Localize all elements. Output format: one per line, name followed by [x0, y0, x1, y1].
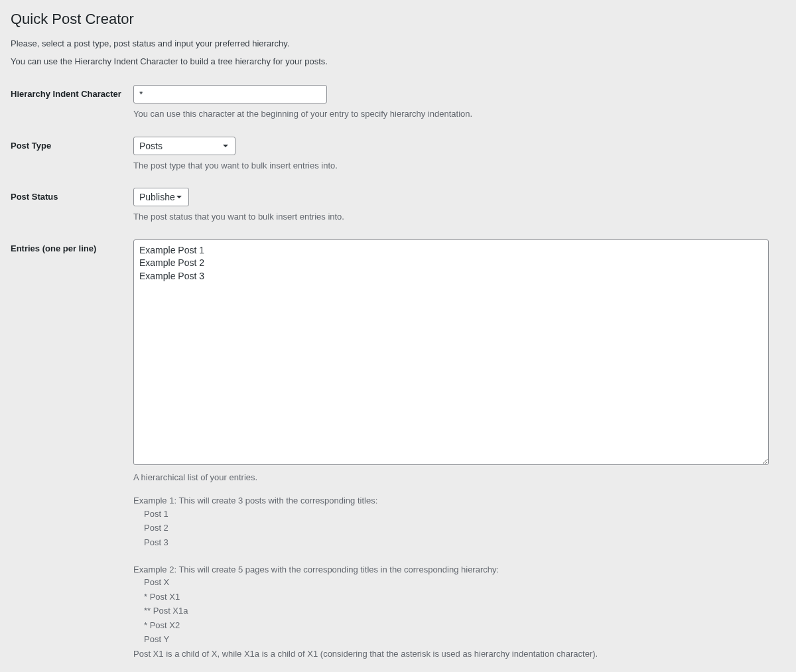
- example-2: Example 2: This will create 5 pages with…: [133, 563, 785, 661]
- row-hierarchy-indent: Hierarchy Indent Character You can use t…: [11, 77, 785, 129]
- example-1-line-1: Post 1: [133, 507, 785, 521]
- example-1: Example 1: This will create 3 posts with…: [133, 494, 785, 549]
- post-type-description: The post type that you want to bulk inse…: [133, 159, 785, 172]
- page-title: Quick Post Creator: [11, 11, 785, 28]
- example-1-line-3: Post 3: [133, 536, 785, 549]
- row-post-type: Post Type Posts The post type that you w…: [11, 129, 785, 180]
- entries-desc-intro: A hierarchical list of your entries.: [133, 471, 785, 484]
- example-2-line-5: Post Y: [133, 633, 785, 646]
- example-1-title: Example 1: This will create 3 posts with…: [133, 494, 785, 507]
- hierarchy-indent-description: You can use this character at the beginn…: [133, 107, 785, 121]
- row-entries: Entries (one per line) Example Post 1 Ex…: [11, 232, 785, 669]
- example-2-note: Post X1 is a child of X, while X1a is a …: [133, 647, 785, 661]
- entries-description: A hierarchical list of your entries. Exa…: [133, 471, 785, 661]
- entries-label: Entries (one per line): [11, 239, 133, 253]
- example-2-line-2: * Post X1: [133, 590, 785, 604]
- example-1-line-2: Post 2: [133, 521, 785, 535]
- example-2-line-3: ** Post X1a: [133, 604, 785, 618]
- hierarchy-indent-label: Hierarchy Indent Character: [11, 85, 133, 99]
- post-status-description: The post status that you want to bulk in…: [133, 210, 785, 224]
- row-post-status: Post Status Published The post status th…: [11, 180, 785, 232]
- settings-form: Hierarchy Indent Character You can use t…: [11, 77, 785, 668]
- intro-text-1: Please, select a post type, post status …: [11, 38, 785, 48]
- example-2-title: Example 2: This will create 5 pages with…: [133, 563, 785, 576]
- post-type-select[interactable]: Posts: [133, 137, 235, 155]
- hierarchy-indent-input[interactable]: [133, 85, 327, 103]
- example-2-line-1: Post X: [133, 576, 785, 589]
- entries-textarea[interactable]: Example Post 1 Example Post 2 Example Po…: [133, 239, 769, 465]
- post-type-label: Post Type: [11, 137, 133, 151]
- intro-text-2: You can use the Hierarchy Indent Charact…: [11, 56, 785, 66]
- post-status-label: Post Status: [11, 188, 133, 202]
- example-2-line-4: * Post X2: [133, 619, 785, 632]
- post-status-select[interactable]: Published: [133, 188, 189, 206]
